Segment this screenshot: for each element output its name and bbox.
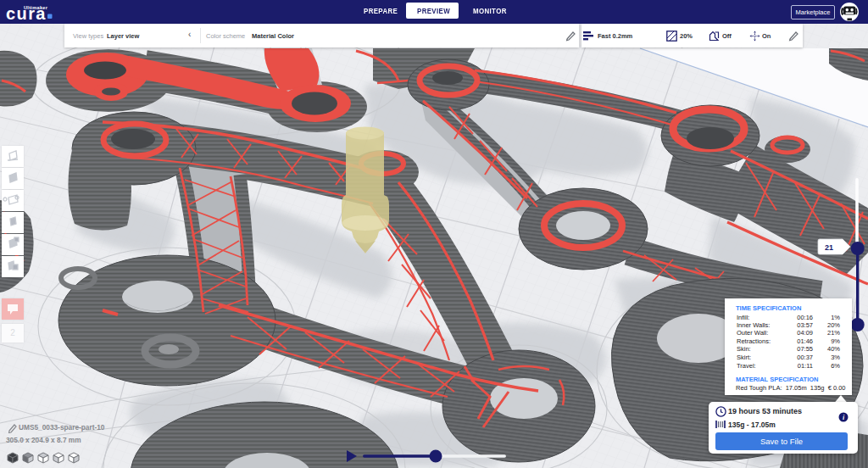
svg-text:Ultimaker: Ultimaker — [24, 5, 48, 10]
svg-text:21: 21 — [825, 243, 833, 252]
